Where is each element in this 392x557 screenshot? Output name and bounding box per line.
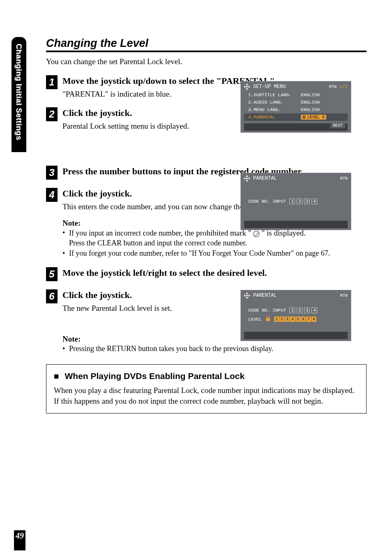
- step-number: 6: [46, 289, 58, 303]
- level-cell: 5: [295, 317, 301, 322]
- osd-footer: NEXT: [244, 123, 348, 131]
- step-5: 5 Move the joystick left/right to select…: [46, 267, 367, 281]
- code-digit: 2: [297, 307, 302, 313]
- joystick-icon: [244, 176, 250, 181]
- info-box: ■ When Playing DVDs Enabling Parental Lo…: [46, 364, 367, 413]
- step-title: Move the joystick left/right to select t…: [62, 267, 367, 279]
- level-cell: 2: [279, 317, 285, 322]
- step-number: 4: [46, 188, 58, 202]
- section-intro: You can change the set Parental Lock lev…: [46, 57, 367, 66]
- osd-row: 2.AUDIO LANG.ENGLISH: [244, 99, 348, 106]
- lock-icon: [266, 318, 270, 321]
- section-title: Changing the Level: [46, 37, 367, 52]
- code-digit: 4: [311, 307, 317, 313]
- osd-row: 1.SUBTITLE LANG.ENGLISH: [244, 91, 348, 99]
- prohibited-icon: [253, 231, 260, 237]
- level-cell: 4: [290, 317, 295, 322]
- osd-title: SET-UP MENU: [253, 84, 286, 90]
- code-digit: 1: [289, 199, 295, 204]
- step-number: 2: [46, 107, 58, 121]
- osd-screen-parental-level: PARENTAL RTN CODE NO. INPUT 1 2 3 4 LEVE…: [240, 290, 351, 341]
- level-cell: 8: [311, 317, 317, 322]
- osd-page: 1/3: [339, 84, 348, 89]
- step-number: 5: [46, 267, 58, 281]
- level-cell: 6: [301, 317, 306, 322]
- box-heading: ■ When Playing DVDs Enabling Parental Lo…: [54, 371, 359, 381]
- osd-code-label: CODE NO. INPUT: [248, 199, 286, 204]
- level-cell: 7: [306, 317, 311, 322]
- osd-code-label: CODE NO. INPUT: [248, 308, 286, 313]
- osd-screen-parental-code: PARENTAL RTN CODE NO. INPUT 1 2 3 4: [240, 173, 351, 230]
- box-
      box-heading-text: When Playing DVDs Enabling Parental Lock: [65, 371, 245, 381]
- level-cell: 3: [285, 317, 290, 322]
- side-tab: Changing Initial Settings: [12, 37, 26, 152]
- osd-code-row: CODE NO. INPUT 1 2 3 4: [244, 304, 348, 315]
- osd-title: PARENTAL: [253, 176, 277, 181]
- code-digit: 3: [304, 307, 310, 313]
- osd-row-selected: 4.PARENTALLEVEL 8: [244, 113, 348, 121]
- box-text: When you play a disc featuring Parental …: [54, 385, 359, 406]
- step-number: 3: [46, 166, 58, 180]
- osd-footer: [244, 221, 348, 228]
- code-digit: 2: [297, 199, 302, 204]
- osd-level-label: LEVEL: [248, 317, 262, 322]
- osd-next: NEXT: [330, 123, 345, 128]
- code-digit: 1: [289, 307, 295, 313]
- note-subtext: Press the CLEAR button and input the cor…: [62, 238, 367, 248]
- page-number: 49: [14, 530, 25, 550]
- osd-row: 3.MENU LANG.ENGLISH: [244, 106, 348, 113]
- note-item: If you forget your code number, refer to…: [62, 248, 367, 258]
- osd-pill: LEVEL 8: [301, 115, 326, 120]
- code-digit: 3: [304, 199, 310, 204]
- note-item: Pressing the RETURN button takes you bac…: [62, 344, 367, 354]
- code-digit: 4: [311, 199, 317, 204]
- osd-rtn: RTN: [340, 294, 348, 298]
- side-tab-label: Changing Initial Settings: [14, 44, 23, 140]
- joystick-icon: [244, 293, 250, 298]
- osd-rtn: RTN: [329, 85, 337, 89]
- osd-footer: [244, 332, 348, 339]
- osd-code-row: CODE NO. INPUT 1 2 3 4: [244, 195, 348, 206]
- osd-screen-setup: SET-UP MENU RTN 1/3 1.SUBTITLE LANG.ENGL…: [240, 81, 351, 133]
- step-number: 1: [46, 75, 58, 89]
- joystick-icon: [244, 84, 250, 90]
- square-bullet-icon: ■: [54, 371, 59, 381]
- osd-rtn: RTN: [340, 176, 348, 181]
- osd-level-row: LEVEL 1 2 3 4 5 6 7 8: [244, 315, 348, 325]
- note-text: If you input an incorrect code number,: [69, 229, 184, 237]
- level-cell: 1: [274, 317, 279, 322]
- osd-title: PARENTAL: [253, 293, 277, 298]
- lock-dot-icon: [302, 116, 306, 119]
